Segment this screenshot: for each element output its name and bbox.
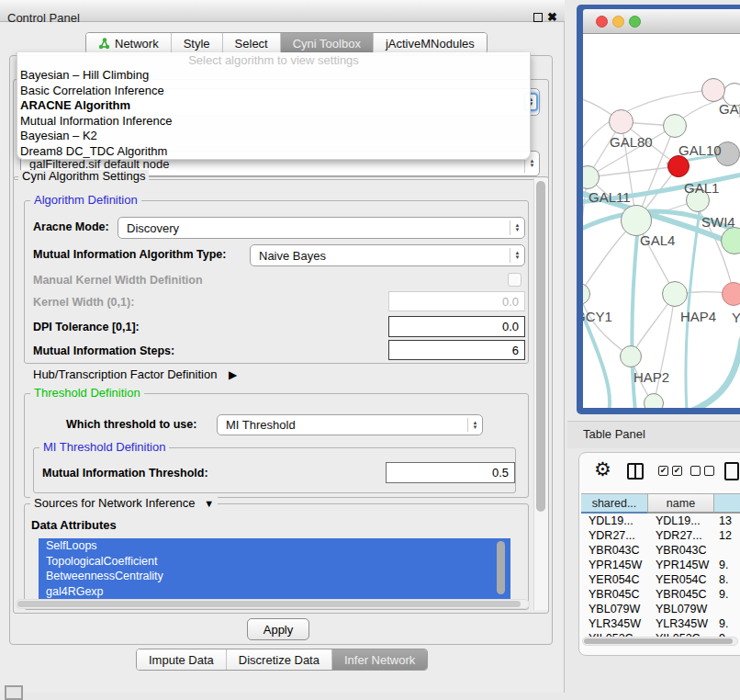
table-cell[interactable]: YBL079W <box>648 602 714 616</box>
mi-steps-label: Mutual Information Steps: <box>33 343 174 359</box>
table-cell[interactable]: 9. <box>714 558 740 572</box>
table-cell[interactable]: 8. <box>714 572 740 587</box>
network-view-titlebar[interactable] <box>583 9 740 34</box>
list-item[interactable]: TopologicalCoefficient <box>39 554 510 570</box>
table-cell[interactable] <box>714 602 740 616</box>
column-header-name[interactable]: name <box>648 493 714 514</box>
network-node[interactable] <box>644 393 664 408</box>
network-node-gal1-red[interactable] <box>667 155 690 177</box>
network-icon <box>98 38 110 50</box>
tab-jactivemnodules[interactable]: jActiveMNodules <box>373 33 487 53</box>
aracne-mode-combobox[interactable]: Discovery ▲▼ <box>118 217 525 239</box>
column-header-clipped[interactable] <box>714 493 740 514</box>
table-cell[interactable]: YDL19... <box>648 514 714 528</box>
combo-stepper-icon: ▲▼ <box>525 159 539 168</box>
network-node-hap2[interactable] <box>620 345 642 367</box>
tab-discretize-data[interactable]: Discretize Data <box>226 649 331 670</box>
new-table-icon[interactable] <box>724 462 739 480</box>
settings-vscrollbar-thumb[interactable] <box>536 181 545 512</box>
close-icon[interactable]: ✖ <box>547 10 557 24</box>
network-node-gal4[interactable] <box>621 205 652 236</box>
manual-kernel-label: Manual Kernel Width Definition <box>33 272 203 288</box>
table-cell[interactable]: YLR345W <box>581 616 648 631</box>
tab-infer-network[interactable]: Infer Network <box>331 649 427 670</box>
dropdown-item[interactable]: Bayesian – Hill Climbing <box>17 68 530 84</box>
network-node-gal80[interactable] <box>609 109 633 134</box>
node-label: GAL10 <box>678 142 722 158</box>
tab-impute-data[interactable]: Impute Data <box>137 649 226 670</box>
table-cell[interactable]: YBR043C <box>648 543 714 558</box>
list-item[interactable]: SelfLoops <box>39 538 510 554</box>
dropdown-item[interactable]: Bayesian – K2 <box>17 129 530 144</box>
column-header-shared-name[interactable]: shared... <box>581 493 648 514</box>
sources-legend[interactable]: Sources for Network Inference ▼ <box>30 497 218 510</box>
select-all-checkboxes-icon[interactable]: ✔ ✔ <box>658 466 682 476</box>
mi-type-combobox[interactable]: Naive Bayes ▲▼ <box>250 244 525 266</box>
node-label: GAL1 <box>684 180 719 196</box>
list-scrollbar[interactable] <box>497 541 505 594</box>
tab-select[interactable]: Select <box>222 33 280 53</box>
cyni-bottom-tabbar: Impute Data Discretize Data Infer Networ… <box>136 649 428 671</box>
dropdown-item[interactable]: Mutual Information Inference <box>17 114 530 130</box>
node-label: GCY1 <box>583 309 612 324</box>
table-cell[interactable]: YDR27... <box>648 528 714 543</box>
close-traffic-light-icon[interactable] <box>596 16 608 28</box>
tab-cyni-toolbox[interactable]: Cyni Toolbox <box>280 33 373 53</box>
float-window-icon[interactable] <box>533 13 543 22</box>
mi-steps-input[interactable]: 6 <box>388 340 525 360</box>
network-node-hap4[interactable] <box>662 281 688 307</box>
list-item[interactable]: gal4RGexp <box>39 584 510 600</box>
mi-threshold-input[interactable]: 0.5 <box>386 462 515 483</box>
table-cell[interactable]: YDL19... <box>581 514 648 528</box>
combo-stepper-icon: ▲▼ <box>468 421 482 430</box>
settings-hscrollbar-thumb[interactable] <box>17 601 521 607</box>
node-label: Y <box>732 310 740 325</box>
table-cell[interactable]: YBR043C <box>581 543 648 558</box>
table-cell[interactable]: YLR345W <box>648 616 714 631</box>
table-cell[interactable]: 9. <box>714 616 740 631</box>
table-cell[interactable]: YBR045C <box>648 587 714 602</box>
which-threshold-combobox[interactable]: MI Threshold ▲▼ <box>217 414 483 435</box>
table-cell[interactable]: 13 <box>714 514 740 528</box>
table-cell[interactable]: YBL079W <box>581 602 648 616</box>
resize-grip-icon[interactable] <box>5 685 23 700</box>
deselect-all-checkboxes-icon[interactable] <box>690 466 714 476</box>
kernel-width-label: Kernel Width (0,1): <box>33 294 134 310</box>
algorithm-definition-legend: Algorithm Definition <box>30 194 141 207</box>
network-node[interactable] <box>701 78 725 102</box>
collapse-arrow-icon: ▼ <box>204 498 214 509</box>
manual-kernel-checkbox[interactable] <box>508 273 521 287</box>
apply-button[interactable]: Apply <box>247 618 309 640</box>
minimize-traffic-light-icon[interactable] <box>612 16 624 28</box>
table-cell[interactable]: 12 <box>714 528 740 543</box>
node-label: GAL4 <box>640 232 675 248</box>
network-node-salmon[interactable] <box>722 282 740 306</box>
table-cell[interactable]: YDR27... <box>581 528 648 543</box>
kernel-width-input[interactable]: 0.0 <box>388 291 525 311</box>
dpi-tolerance-input[interactable]: 0.0 <box>388 316 525 337</box>
hub-definition-toggle[interactable]: Hub/Transcription Factor Definition ▶ <box>33 367 237 383</box>
table-cell[interactable]: YPR145W <box>581 558 648 572</box>
network-canvas[interactable]: GAL80 GAL10 GAL1 GAL11 SWI4 GAL4 GCY1 HA… <box>583 34 740 408</box>
table-cell[interactable]: YER054C <box>648 572 714 587</box>
network-node-gal10[interactable] <box>663 114 687 138</box>
tab-network[interactable]: Network <box>86 33 171 53</box>
dropdown-item[interactable]: Basic Correlation Inference <box>17 84 530 99</box>
gear-icon[interactable]: ⚙ <box>594 458 611 480</box>
split-columns-icon[interactable] <box>627 463 644 480</box>
node-label: GAL <box>719 101 740 117</box>
table-cell[interactable] <box>714 543 740 558</box>
dropdown-item-selected[interactable]: ARACNE Algorithm <box>17 98 530 114</box>
table-cell[interactable]: 9. <box>714 587 740 602</box>
table-hscrollbar-thumb[interactable] <box>584 638 733 644</box>
table-cell[interactable]: YPR145W <box>648 558 714 572</box>
control-panel-tabbar: Network Style Select Cyni Toolbox jActiv… <box>85 32 488 54</box>
node-label: HAP4 <box>680 309 716 324</box>
dropdown-item[interactable]: Dream8 DC_TDC Algorithm <box>17 144 530 160</box>
tab-style[interactable]: Style <box>171 33 222 53</box>
list-item[interactable]: BetweennessCentrality <box>39 569 510 584</box>
dropdown-prompt: Select algorithm to view settings <box>17 52 530 68</box>
table-cell[interactable]: YER054C <box>581 572 648 587</box>
table-cell[interactable]: YBR045C <box>581 587 648 602</box>
zoom-traffic-light-icon[interactable] <box>629 16 641 28</box>
